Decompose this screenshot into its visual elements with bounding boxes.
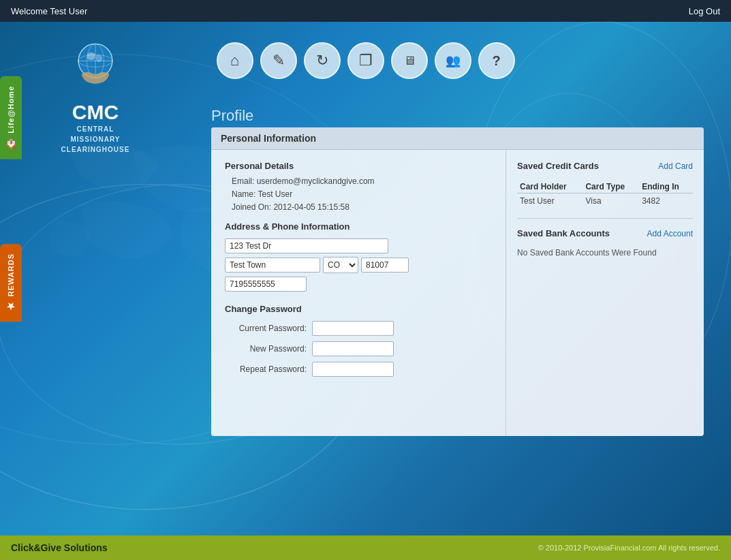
- email-value: userdemo@myclickandgive.com: [257, 176, 375, 186]
- name-detail: Name: Test User: [225, 189, 492, 199]
- cc-col-ending: Ending In: [639, 181, 693, 193]
- monitor-nav-button[interactable]: 🖥: [391, 42, 428, 79]
- repeat-password-row: Repeat Password:: [225, 362, 492, 377]
- panel-body: Personal Details Email: userdemo@myclick…: [211, 150, 704, 436]
- logo-area: CMC CENTRAL MISSIONARY CLEARINGHOUSE: [34, 35, 157, 155]
- city-input[interactable]: [225, 258, 320, 273]
- right-panel: Saved Credit Cards Add Card Card Holder …: [506, 150, 704, 436]
- cc-table-header: Card Holder Card Type Ending In: [517, 181, 693, 193]
- cc-type: Visa: [582, 193, 639, 209]
- people-nav-button[interactable]: 👥: [435, 42, 471, 79]
- cc-holder: Test User: [517, 193, 582, 209]
- panel-separator: [517, 218, 693, 219]
- add-account-link[interactable]: Add Account: [647, 229, 693, 238]
- rewards-tab-label: REWARDS: [7, 253, 15, 296]
- footer-copyright: © 2010-2012 ProvisiaFinancial.com All ri…: [538, 544, 720, 552]
- footer-logo-bold: &Give: [33, 542, 61, 553]
- saved-cards-title: Saved Credit Cards: [517, 161, 599, 171]
- city-state-row: ALAKAZARCACOCTDEFLGAHIIDILINIAKSKYLAMEMD…: [225, 257, 492, 273]
- refresh-nav-button[interactable]: ↻: [304, 42, 341, 79]
- footer-logo-suffix: Solutions: [61, 542, 108, 553]
- cc-table-body: Test User Visa 3482: [517, 193, 693, 209]
- credit-cards-table: Card Holder Card Type Ending In Test Use…: [517, 181, 693, 208]
- life-tab-label: Life@Home: [7, 86, 15, 134]
- new-password-label: New Password:: [225, 344, 307, 354]
- nav-icons: ⌂ ✎ ↻ ❐ 🖥 👥 ?: [217, 42, 515, 79]
- copy-nav-button[interactable]: ❐: [347, 42, 384, 79]
- state-select[interactable]: ALAKAZARCACOCTDEFLGAHIIDILINIAKSKYLAMEMD…: [323, 257, 358, 273]
- logo-globe: [65, 35, 126, 97]
- footer-logo-text: Click: [11, 542, 33, 553]
- phone-input[interactable]: [225, 277, 307, 292]
- street-input[interactable]: [225, 238, 388, 253]
- table-row: Test User Visa 3482: [517, 193, 693, 209]
- new-password-input[interactable]: [312, 341, 394, 356]
- phone-row: [225, 277, 492, 292]
- logo-subtitle: CENTRAL MISSIONARY CLEARINGHOUSE: [34, 124, 157, 155]
- zip-input[interactable]: [361, 258, 409, 273]
- content-panel: Personal Information Personal Details Em…: [211, 127, 704, 436]
- page-title: Profile: [211, 107, 253, 125]
- life-tab-icon: 🏠: [5, 138, 16, 150]
- saved-bank-title: Saved Bank Accounts: [517, 228, 610, 238]
- current-password-input[interactable]: [312, 321, 394, 336]
- footer: Click&Give Solutions © 2010-2012 Provisi…: [0, 535, 731, 560]
- email-label: Email:: [232, 176, 254, 186]
- name-value: Test User: [258, 189, 292, 199]
- repeat-password-input[interactable]: [312, 362, 394, 377]
- footer-logo: Click&Give Solutions: [11, 542, 108, 553]
- change-password-title: Change Password: [225, 304, 492, 314]
- welcome-text: Welcome Test User: [11, 6, 87, 16]
- add-card-link[interactable]: Add Card: [658, 161, 693, 171]
- logout-button[interactable]: Log Out: [689, 6, 720, 16]
- joined-detail: Joined On: 2012-04-05 15:15:58: [225, 202, 492, 212]
- panel-header: Personal Information: [211, 127, 704, 150]
- saved-cards-header: Saved Credit Cards Add Card: [517, 161, 693, 176]
- no-accounts-text: No Saved Bank Accounts Were Found: [517, 248, 693, 258]
- logo-abbr: CMC: [34, 101, 157, 124]
- current-password-row: Current Password:: [225, 321, 492, 336]
- current-password-label: Current Password:: [225, 324, 307, 333]
- new-password-row: New Password:: [225, 341, 492, 356]
- left-tabs: 🏠 Life@Home ★ REWARDS: [0, 76, 22, 322]
- name-label: Name:: [232, 189, 255, 199]
- personal-details-title: Personal Details: [225, 161, 492, 171]
- help-nav-button[interactable]: ?: [478, 42, 515, 79]
- cc-col-type: Card Type: [582, 181, 639, 193]
- logo-line3: CLEARINGHOUSE: [34, 144, 157, 155]
- rewards-tab[interactable]: ★ REWARDS: [0, 244, 22, 322]
- logo-line2: MISSIONARY: [34, 134, 157, 144]
- logo-line1: CENTRAL: [34, 124, 157, 134]
- life-at-home-tab[interactable]: 🏠 Life@Home: [0, 76, 22, 159]
- saved-bank-header: Saved Bank Accounts Add Account: [517, 228, 693, 244]
- address-section-title: Address & Phone Information: [225, 221, 492, 232]
- edit-nav-button[interactable]: ✎: [260, 42, 297, 79]
- street-row: [225, 238, 492, 253]
- rewards-tab-icon: ★: [5, 300, 16, 312]
- repeat-password-label: Repeat Password:: [225, 364, 307, 374]
- joined-value: 2012-04-05 15:15:58: [273, 202, 349, 212]
- email-detail: Email: userdemo@myclickandgive.com: [225, 176, 492, 186]
- cc-col-holder: Card Holder: [517, 181, 582, 193]
- left-panel: Personal Details Email: userdemo@myclick…: [211, 150, 506, 436]
- top-bar: Welcome Test User Log Out: [0, 0, 731, 22]
- joined-label: Joined On:: [232, 202, 271, 212]
- main-background: 🏠 Life@Home ★ REWARDS: [0, 22, 731, 535]
- cc-ending: 3482: [639, 193, 693, 209]
- home-nav-button[interactable]: ⌂: [217, 42, 253, 79]
